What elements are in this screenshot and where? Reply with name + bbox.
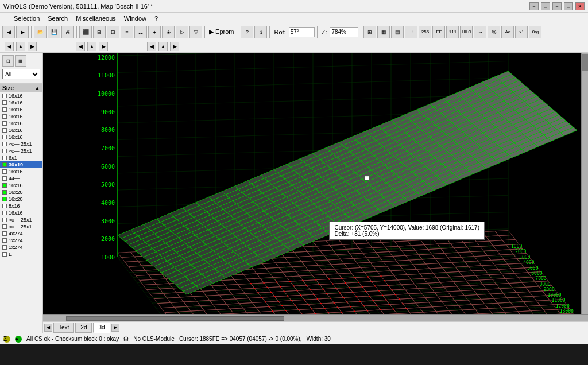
sidebar-color-dot xyxy=(2,121,7,126)
sidebar-item-14[interactable]: 16x20 xyxy=(0,189,42,196)
toolbar-ff[interactable]: FF xyxy=(432,26,445,38)
sidebar-item-17[interactable]: 16x16 xyxy=(0,209,42,216)
toolbar-b4[interactable]: ≡ xyxy=(121,26,133,38)
toolbar-b6[interactable]: ♦ xyxy=(148,26,161,38)
toolbar-111[interactable]: 111 xyxy=(446,26,459,38)
toolbar-b9[interactable]: ▽ xyxy=(189,26,202,38)
sidebar-item-12[interactable]: 44— xyxy=(0,175,42,182)
sidebar-color-dot xyxy=(2,190,7,195)
tab-text[interactable]: Text xyxy=(53,323,74,333)
tab-scroll-right[interactable]: ▶ xyxy=(111,324,119,332)
sidebar-item-21[interactable]: 1x274 xyxy=(0,237,42,244)
rot-input[interactable] xyxy=(289,27,315,37)
menu-selection[interactable]: Selection xyxy=(10,14,43,22)
tb2-arrow3-up[interactable]: ▲ xyxy=(158,42,168,51)
close-main-button[interactable]: ✕ xyxy=(575,2,585,10)
toolbar-0rg[interactable]: 0rg xyxy=(529,26,541,38)
toolbar-cols[interactable]: ▦ xyxy=(377,26,390,38)
toolbar-info[interactable]: ℹ xyxy=(254,26,267,38)
sidebar-item-18[interactable]: ≈c— 25x1 xyxy=(0,216,42,223)
sidebar-item-1[interactable]: 16x16 xyxy=(0,99,42,106)
sub-maximize-button[interactable]: □ xyxy=(541,2,550,10)
sidebar-item-9[interactable]: 6x1 xyxy=(0,154,42,161)
sidebar-icon-1[interactable]: ⊡ xyxy=(2,55,14,67)
menu-help[interactable]: ? xyxy=(151,14,161,22)
size-scroll-up[interactable]: ▲ xyxy=(34,85,40,91)
sidebar-item-label: 1x274 xyxy=(9,238,23,243)
sidebar-item-5[interactable]: 16x16 xyxy=(0,127,42,134)
sidebar-item-7[interactable]: ≈c— 25x1 xyxy=(0,141,42,147)
scrollbar-thumb-v[interactable] xyxy=(582,54,588,71)
toolbar-b2[interactable]: ⊞ xyxy=(93,26,106,38)
sidebar-item-label: 30x19 xyxy=(9,162,23,168)
sidebar-list: Size ▲ 16x1616x1616x1616x1616x1616x1616x… xyxy=(0,84,42,333)
toolbar-grid[interactable]: ⊞ xyxy=(363,26,376,38)
sidebar-item-6[interactable]: 16x16 xyxy=(0,134,42,141)
chart-area[interactable]: Cursor: (X=5705, Y=14000), Value: 1698 (… xyxy=(43,53,588,314)
minimize-button[interactable]: − xyxy=(529,2,539,10)
sidebar-item-10[interactable]: 30x19 xyxy=(0,161,42,168)
toolbar-b3[interactable]: ⊡ xyxy=(107,26,119,38)
sidebar-item-20[interactable]: 4x274 xyxy=(0,230,42,237)
z-input[interactable] xyxy=(330,27,358,37)
toolbar-pts[interactable]: ⁖ xyxy=(405,26,417,38)
toolbar-x1[interactable]: x1 xyxy=(515,26,528,38)
sidebar-item-13[interactable]: 16x16 xyxy=(0,182,42,189)
sidebar-item-19[interactable]: ≈c— 25x1 xyxy=(0,223,42,230)
sidebar-item-23[interactable]: E xyxy=(0,251,42,258)
sidebar-item-8[interactable]: ≈c— 25x1 xyxy=(0,147,42,154)
chart-scrollbar-h[interactable] xyxy=(43,314,588,321)
toolbar-sep-4 xyxy=(238,26,238,38)
chart-scrollbar-v[interactable] xyxy=(581,53,588,314)
tb2-arrow2-right[interactable]: ▶ xyxy=(99,42,108,51)
scrollbar-thumb-h[interactable] xyxy=(66,316,284,321)
sidebar-dropdown[interactable]: All xyxy=(2,69,40,79)
toolbar-pct[interactable]: % xyxy=(488,26,500,38)
toolbar-255[interactable]: 255 xyxy=(419,26,431,38)
sidebar-item-22[interactable]: 1x274 xyxy=(0,244,42,251)
maximize-main-button[interactable]: □ xyxy=(564,2,573,10)
sidebar-item-label: 16x16 xyxy=(9,210,23,216)
sidebar: ⊡ ▦ All Size ▲ 16x1616x1616x1616x1616x16… xyxy=(0,53,43,333)
tb2-arrow2-up[interactable]: ▲ xyxy=(87,42,96,51)
sidebar-color-dot xyxy=(2,94,7,98)
toolbar-help[interactable]: ? xyxy=(241,26,253,38)
sidebar-item-16[interactable]: 8x16 xyxy=(0,203,42,209)
toolbar-b7[interactable]: ◈ xyxy=(162,26,175,38)
menu-window[interactable]: Window xyxy=(121,14,150,22)
toolbar-open[interactable]: 📂 xyxy=(34,26,47,38)
sidebar-color-dot xyxy=(2,238,7,243)
tb2-arrow2-left[interactable]: ◀ xyxy=(76,42,85,51)
tab-scroll-left[interactable]: ◀ xyxy=(44,324,52,332)
minimize-main-button[interactable]: − xyxy=(552,2,562,10)
toolbar-hilo[interactable]: HILO xyxy=(460,26,473,38)
sidebar-item-2[interactable]: 16x16 xyxy=(0,106,42,113)
toolbar-b1[interactable]: ⬛ xyxy=(79,26,92,38)
tb2-arrow-up[interactable]: ▲ xyxy=(16,42,25,51)
menu-file[interactable] xyxy=(2,18,9,19)
sidebar-item-4[interactable]: 16x16 xyxy=(0,120,42,127)
menu-search[interactable]: Search xyxy=(44,14,71,22)
tb2-arrow3-left[interactable]: ◀ xyxy=(147,42,156,51)
toolbar-aa[interactable]: Aα xyxy=(501,26,514,38)
menu-miscellaneous[interactable]: Miscellaneous xyxy=(72,14,119,22)
toolbar-save[interactable]: 💾 xyxy=(48,26,60,38)
toolbar-back[interactable]: ◀ xyxy=(2,26,15,38)
sidebar-item-label: ≈c— 25x1 xyxy=(9,148,32,154)
toolbar-b5[interactable]: ☷ xyxy=(134,26,147,38)
sidebar-item-3[interactable]: 16x16 xyxy=(0,113,42,120)
sidebar-item-0[interactable]: 16x16 xyxy=(0,92,42,99)
tab-3d[interactable]: 3d xyxy=(93,323,110,333)
sidebar-item-11[interactable]: 16x16 xyxy=(0,168,42,175)
tab-2d[interactable]: 2d xyxy=(75,323,92,333)
toolbar-fwd[interactable]: ▶ xyxy=(16,26,29,38)
tb2-arrow-right[interactable]: ▶ xyxy=(28,42,37,51)
tb2-arrow-left[interactable]: ◀ xyxy=(5,42,14,51)
tb2-arrow3-right[interactable]: ▶ xyxy=(170,42,179,51)
toolbar-arrow[interactable]: ↔ xyxy=(474,26,486,38)
sidebar-item-15[interactable]: 16x20 xyxy=(0,196,42,203)
toolbar-rows[interactable]: ▤ xyxy=(391,26,404,38)
toolbar-print[interactable]: 🖨 xyxy=(61,26,74,38)
sidebar-icon-2[interactable]: ▦ xyxy=(15,55,26,67)
toolbar-b8[interactable]: ▷ xyxy=(176,26,188,38)
